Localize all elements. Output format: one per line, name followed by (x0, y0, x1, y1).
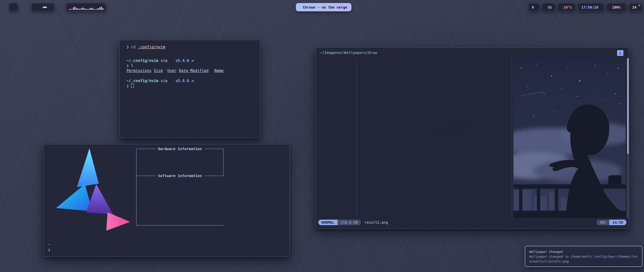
tab-badge[interactable]: 1 (617, 50, 623, 56)
visualizer-bar (83, 8, 84, 10)
visualizer-bar (98, 8, 99, 10)
visualizer-bar (74, 7, 75, 10)
visualizer-bar (102, 8, 103, 10)
file-manager-window[interactable]: ~/Imagenes/Wallpapers/Draw 1 (315, 47, 629, 229)
fm-status-bar: NORMAL 218.8 KB result2.png 36% 14/38 (318, 219, 626, 225)
breadcrumb-path: ~/Imagenes/Wallpapers/Draw (320, 51, 377, 55)
notification-title: Wallpaper Changed (529, 249, 638, 254)
weather-value: 26°C (564, 5, 572, 9)
distro-logo (47, 146, 133, 234)
visualizer-bar (89, 8, 90, 10)
music-track-label: thrown - on the verge (303, 5, 347, 9)
file-position-badge: 14/38 (609, 220, 626, 225)
visualizer-bar (79, 9, 80, 10)
visualizer-bar (80, 8, 82, 10)
scrollbar-thumb[interactable] (627, 58, 629, 154)
scroll-percent-badge: 36% (596, 220, 609, 225)
visualizer-bar (95, 9, 96, 10)
visualizer-bar (85, 9, 86, 10)
visualizer-bar (101, 7, 102, 10)
terminal-command-line: ❯ l (127, 63, 260, 68)
clock-value: 17:50:29 (581, 5, 598, 9)
status-widgets: 0US26°C17:50:29100%24 (528, 3, 642, 11)
terminal-prompt[interactable]: ❯ (127, 83, 260, 88)
volume-value: 100% (612, 5, 621, 9)
notification-body: Wallpaper changed to /home/matt/.config/… (529, 254, 638, 264)
selected-filename: result2.png (365, 220, 388, 224)
file-list-header: PermissionsSizeUserDate ModifiedName (127, 68, 260, 73)
terminal-command-line: ❯ cd .config/nvim (127, 45, 260, 50)
visualizer-bar (73, 7, 74, 10)
widget-github[interactable]: 0 (528, 3, 540, 11)
visualizer-bar (99, 7, 100, 10)
command-cd: cd (131, 45, 136, 49)
visualizer-bar (82, 8, 83, 10)
visualizer-bar (91, 8, 92, 10)
terminal-window[interactable]: ❯ cd .config/nvim ~/.config/nvim via v5.… (119, 40, 260, 138)
preview-image (513, 58, 626, 218)
notifications-value: 24 (632, 5, 636, 9)
visualizer-bar (94, 9, 95, 10)
keyboard-layout-value: US (548, 5, 552, 9)
mode-badge: NORMAL (318, 220, 338, 225)
unread-dot (638, 5, 640, 6)
visualizer-bar (86, 9, 87, 10)
notification-toast[interactable]: Wallpaper Changed Wallpaper changed to /… (525, 246, 642, 267)
widget-volume[interactable]: 100% (606, 3, 626, 11)
fetch-window[interactable]: Hardware Information Software Informatio… (43, 144, 290, 257)
app-launcher-button[interactable] (9, 3, 18, 11)
visualizer-widget[interactable] (66, 3, 106, 11)
hardware-section-header: Hardware Information (136, 147, 224, 151)
visualizer-bar (70, 9, 71, 10)
fetch-prompt: ~❯ (48, 242, 50, 253)
widget-weather[interactable]: 26°C (558, 3, 576, 11)
widget-clock[interactable]: 17:50:29 (578, 3, 604, 11)
visualizer-bar (76, 8, 77, 10)
visualizer-bar (97, 9, 98, 10)
visualizer-bar (92, 8, 93, 10)
visualizer-bar (69, 9, 70, 10)
visualizer-bar (72, 9, 73, 10)
column-divider (356, 58, 357, 217)
workspace-pill[interactable] (31, 3, 55, 11)
fetch-info-panel: Hardware Information Software Informatio… (136, 144, 224, 227)
prompt-context-line: ~/.config/nvim via v5.4.6 ✔ (127, 78, 260, 83)
widget-keyboard-layout[interactable]: US (542, 3, 555, 11)
prompt-context-line: ~/.config/nvim via v5.4.6 ✔ (127, 58, 260, 63)
workspace-folder-icon[interactable] (43, 7, 47, 8)
visualizer-bar (88, 9, 89, 10)
visualizer-bar (77, 8, 78, 10)
github-value: 0 (532, 5, 534, 9)
image-preview-pane (513, 58, 626, 218)
music-widget[interactable]: thrown - on the verge (296, 3, 351, 11)
software-section-header: Software Information (136, 174, 224, 178)
column-divider (512, 58, 512, 217)
scrollbar[interactable] (627, 58, 629, 218)
file-size-badge: 218.8 KB (338, 220, 361, 225)
terminal-cursor (131, 83, 134, 88)
widget-notifications[interactable]: 24 (629, 3, 642, 11)
